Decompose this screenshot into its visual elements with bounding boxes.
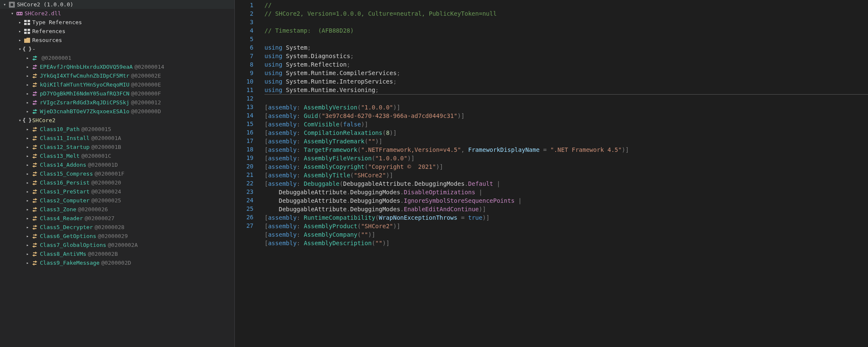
tree-node-type[interactable]: ▸Class7_GlobalOptions@0200002A [0,241,234,249]
class-icon [31,215,38,222]
type-token: @02000015 [81,126,111,132]
type-token: @02000027 [85,215,114,221]
module-icon [16,10,23,17]
type-token: @0200000E [131,81,161,88]
namespace-icon: { } [24,117,31,124]
tree-node-type[interactable]: ▸Class1_PreStart@02000024 [0,187,234,196]
type-label: Class7_GlobalOptions [40,242,106,248]
class-icon [31,64,38,70]
class-icon [31,171,38,177]
chevron-right-icon[interactable]: ▸ [25,207,31,213]
code-content[interactable]: //// SHCore2, Version=1.0.0.0, Culture=n… [260,0,868,347]
type-token: @02000029 [98,233,128,239]
class-icon [31,153,38,160]
chevron-right-icon[interactable]: ▸ [25,233,31,239]
type-label: rVIgcZsrarRdGd3xRqJDiCPSSkj [40,99,129,106]
tree-node-type[interactable]: ▸Class4_Reader@02000027 [0,214,234,223]
tree-node-type[interactable]: ▸Class12_Startup@0200001B [0,143,234,151]
type-label: Class15_Compress [40,171,93,177]
chevron-right-icon[interactable]: ▸ [17,37,23,43]
chevron-right-icon[interactable]: ▸ [25,224,31,230]
tree-node-type[interactable]: ▸Class8_AntiVMs@0200002B [0,249,234,258]
chevron-right-icon[interactable]: ▸ [25,144,31,150]
type-token: @0200000D [131,108,161,115]
chevron-down-icon[interactable]: ▾ [17,118,23,123]
namespace-icon: { } [24,46,31,53]
tree-node-type[interactable]: ▸Class16_Persist@02000020 [0,178,234,187]
tree-node-assembly[interactable]: ▾ SHCore2 (1.0.0.0) [0,0,234,9]
tree-node-type[interactable]: ▸kQiKIlfaHTuntYHnSyoCReqoMIU@0200000E [0,80,234,89]
chevron-right-icon[interactable]: ▸ [25,180,31,186]
chevron-right-icon[interactable]: ▸ [25,135,31,141]
tree-node-type[interactable]: ▸Class6_GetOptions@02000029 [0,232,234,241]
tree-node-namespace-dash[interactable]: ▾ { } - [0,45,234,53]
chevron-right-icon[interactable]: ▸ [25,189,31,195]
line-number-gutter: 1234567891011121314151617181920212223242… [235,0,260,347]
assembly-tree-panel[interactable]: ▾ SHCore2 (1.0.0.0) ▾ SHCore2.dll ▸ Type… [0,0,235,347]
tree-node-type[interactable]: ▸Class11_Install@0200001A [0,134,234,143]
svg-rect-6 [24,20,27,22]
chevron-right-icon[interactable]: ▸ [25,55,31,61]
chevron-right-icon[interactable]: ▸ [25,251,31,257]
chevron-right-icon[interactable]: ▸ [25,82,31,88]
tree-node-type[interactable]: ▸@02000001 [0,53,234,62]
tree-node-type[interactable]: ▸Class9_FakeMessage@0200002D [0,258,234,267]
chevron-right-icon[interactable]: ▸ [25,171,31,177]
namespace-label: SHCore2 [32,117,56,123]
tree-node-namespace-shcore2[interactable]: ▾ { } SHCore2 [0,116,234,125]
type-label: WjeD3cnahBTOeV7ZkqxoexESA1o [40,108,129,115]
tree-node-type-references[interactable]: ▸ Type References [0,18,234,27]
tree-node-type[interactable]: ▸Class2_Computer@02000025 [0,196,234,205]
class-icon [31,99,38,106]
chevron-right-icon[interactable]: ▸ [25,153,31,159]
chevron-down-icon[interactable]: ▾ [9,11,15,17]
tree-node-type[interactable]: ▸JYkGqI4XTfwCmuhnZbIDpCF5Mtr@0200002E [0,71,234,80]
tree-node-type[interactable]: ▸pD7YOgBkMhI6NdmY05uafRQ3FCN@0200000F [0,89,234,98]
tree-node-type[interactable]: ▸Class13_Melt@0200001C [0,151,234,160]
chevron-right-icon[interactable]: ▸ [25,109,31,115]
code-editor[interactable]: 1234567891011121314151617181920212223242… [235,0,868,347]
type-label: Class16_Persist [40,179,89,186]
type-label: Class12_Startup [40,144,89,150]
tree-node-type[interactable]: ▸EPEAvfJrQHnbLHxrduXDOVQ59eaA@02000014 [0,62,234,71]
class-icon [31,162,38,168]
type-label: EPEAvfJrQHnbLHxrduXDOVQ59eaA [40,64,133,70]
type-label: JYkGqI4XTfwCmuhnZbIDpCF5Mtr [40,73,129,79]
chevron-right-icon[interactable]: ▸ [25,91,31,97]
type-token: @02000020 [91,179,121,186]
chevron-right-icon[interactable]: ▸ [25,64,31,70]
folder-icon [24,37,31,44]
chevron-right-icon[interactable]: ▸ [25,198,31,204]
tree-node-type[interactable]: ▸Class5_Decrypter@02000028 [0,223,234,232]
type-token: @0200001C [81,153,111,159]
chevron-right-icon[interactable]: ▸ [25,215,31,221]
tree-node-references[interactable]: ▸ References [0,27,234,36]
chevron-right-icon[interactable]: ▸ [25,126,31,132]
chevron-right-icon[interactable]: ▸ [17,20,23,25]
tree-node-type[interactable]: ▸Class15_Compress@0200001F [0,169,234,178]
chevron-down-icon[interactable]: ▾ [17,46,23,52]
chevron-right-icon[interactable]: ▸ [25,73,31,79]
tree-node-type[interactable]: ▸WjeD3cnahBTOeV7ZkqxoexESA1o@0200000D [0,107,234,116]
class-icon [31,251,38,257]
tree-node-type[interactable]: ▸rVIgcZsrarRdGd3xRqJDiCPSSkj@02000012 [0,98,234,107]
class-icon [31,108,38,115]
svg-rect-9 [28,23,30,25]
chevron-right-icon[interactable]: ▸ [25,100,31,106]
chevron-right-icon[interactable]: ▸ [25,260,31,266]
chevron-right-icon[interactable]: ▸ [25,242,31,248]
svg-rect-10 [24,29,27,31]
tree-node-type[interactable]: ▸Class3_Zone@02000026 [0,205,234,214]
chevron-down-icon[interactable]: ▾ [2,2,8,8]
tree-node-resources[interactable]: ▸ Resources [0,36,234,45]
tree-node-type[interactable]: ▸Class10_Path@02000015 [0,125,234,134]
type-label: Class10_Path [40,126,80,132]
tree-node-module[interactable]: ▾ SHCore2.dll [0,9,234,18]
class-icon [31,73,38,79]
chevron-right-icon[interactable]: ▸ [25,162,31,168]
tree-node-type[interactable]: ▸Class14_Addons@0200001D [0,160,234,169]
type-token: @02000025 [91,197,121,204]
chevron-right-icon[interactable]: ▸ [17,28,23,34]
type-label: Class13_Melt [40,153,80,159]
type-token: @0200001A [91,135,121,141]
